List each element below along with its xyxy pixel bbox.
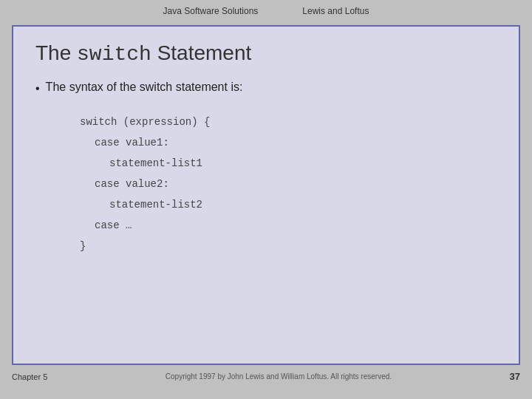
title-suffix: Statement	[151, 41, 251, 64]
code-line-1: case value1:	[95, 132, 497, 153]
code-block: switch (expression) { case value1: state…	[80, 112, 497, 256]
bullet-point: • The syntax of the switch statement is:	[35, 81, 497, 97]
footer-copyright: Copyright 1997 by John Lewis and William…	[47, 372, 509, 381]
header-left: Java Software Solutions	[163, 6, 259, 16]
code-line-6: }	[80, 236, 497, 256]
code-line-0: switch (expression) {	[80, 112, 497, 132]
code-line-4: statement-list2	[109, 194, 497, 215]
code-line-2: statement-list1	[109, 153, 497, 174]
title-prefix: The	[35, 41, 77, 64]
title-mono: switch	[77, 43, 151, 66]
footer-bar: Chapter 5 Copyright 1997 by John Lewis a…	[0, 368, 532, 385]
footer-page: 37	[510, 371, 520, 382]
code-line-5: case …	[95, 215, 497, 236]
header-right: Lewis and Loftus	[302, 6, 369, 16]
slide-title: The switch Statement	[35, 41, 497, 66]
header-bar: Java Software Solutions Lewis and Loftus	[0, 0, 532, 22]
bullet-text: The syntax of the switch statement is:	[46, 81, 243, 94]
code-line-3: case value2:	[95, 174, 497, 194]
footer-chapter: Chapter 5	[12, 372, 47, 381]
bullet-symbol: •	[35, 81, 40, 97]
slide-container: The switch Statement • The syntax of the…	[12, 25, 520, 365]
